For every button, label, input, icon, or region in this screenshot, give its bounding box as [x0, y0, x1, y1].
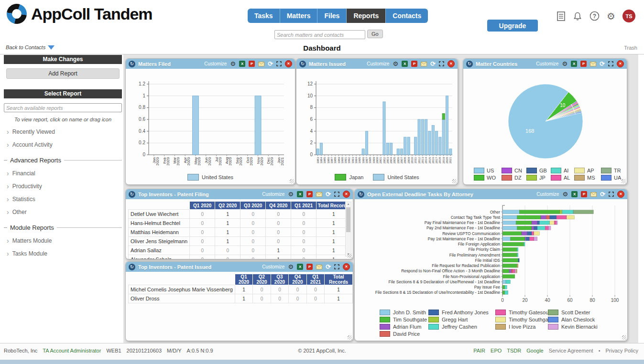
- tab-matters[interactable]: Matters: [280, 9, 318, 23]
- expand-icon[interactable]: [609, 192, 614, 197]
- footer-link-pair[interactable]: PAIR: [473, 348, 485, 353]
- footer-link-epo[interactable]: EPO: [491, 348, 502, 353]
- excel-export-icon[interactable]: X: [402, 61, 408, 67]
- gear-icon[interactable]: ⚙: [562, 191, 568, 197]
- gear-icon[interactable]: ⚙: [393, 61, 398, 67]
- scrollbar-thumb[interactable]: [346, 207, 350, 232]
- close-widget-icon[interactable]: ×: [617, 191, 624, 198]
- sidebar-item-account-activity[interactable]: ›Account Activity: [4, 141, 122, 148]
- upgrade-button[interactable]: Upgrade: [487, 20, 538, 32]
- service-agreement-link[interactable]: Service Agreement: [549, 348, 593, 353]
- expand-icon[interactable]: [334, 264, 339, 269]
- svg-text:2017: 2017: [435, 157, 438, 163]
- refresh-icon[interactable]: ⟳: [600, 191, 605, 198]
- excel-export-icon[interactable]: X: [571, 61, 577, 67]
- drag-widget-icon[interactable]: ↻: [129, 191, 135, 198]
- gear-icon[interactable]: ⚙: [230, 61, 236, 67]
- gear-icon[interactable]: ⚙: [288, 191, 294, 197]
- tab-files[interactable]: Files: [317, 9, 347, 23]
- gear-icon[interactable]: ⚙: [606, 11, 616, 21]
- footer-link-google[interactable]: Google: [526, 348, 543, 353]
- bell-icon[interactable]: [572, 11, 583, 21]
- legend-label: US: [487, 168, 494, 173]
- pdf-export-icon[interactable]: P: [306, 191, 313, 197]
- tab-tasks[interactable]: Tasks: [248, 9, 280, 23]
- notes-icon[interactable]: [556, 11, 566, 21]
- go-button[interactable]: Go: [367, 30, 383, 38]
- resize-handle[interactable]: [452, 179, 457, 183]
- sidebar-item-other[interactable]: ›Other: [4, 209, 122, 215]
- resize-handle[interactable]: [348, 254, 352, 258]
- expand-icon[interactable]: [608, 61, 613, 66]
- privacy-policy-link[interactable]: Privacy Policy: [606, 348, 638, 353]
- refresh-icon[interactable]: ⟳: [326, 263, 331, 270]
- svg-text:2011: 2011: [414, 157, 417, 163]
- search-input[interactable]: [274, 30, 365, 39]
- gear-icon[interactable]: ⚙: [562, 61, 568, 67]
- close-widget-icon[interactable]: ×: [343, 263, 350, 270]
- gear-icon[interactable]: ⚙: [288, 264, 294, 270]
- expand-icon[interactable]: [276, 61, 282, 66]
- resize-handle[interactable]: [348, 335, 352, 340]
- widget-attorney-tasks: ↻ Open External Deadline Tasks By Attorn…: [354, 189, 628, 341]
- close-widget-icon[interactable]: ×: [285, 60, 292, 67]
- footer-link-tsdr[interactable]: TSDR: [507, 348, 521, 353]
- customize-label[interactable]: Customize: [536, 192, 559, 197]
- close-widget-icon[interactable]: ×: [448, 60, 455, 67]
- help-icon[interactable]: ?: [589, 11, 600, 21]
- drag-widget-icon[interactable]: ↻: [129, 264, 135, 270]
- sidebar-item-matters-module[interactable]: ›Matters Module: [4, 237, 122, 244]
- email-icon[interactable]: [316, 192, 322, 197]
- pdf-export-icon[interactable]: P: [580, 61, 587, 67]
- cell-value: 0: [291, 210, 317, 219]
- sidebar-item-financial[interactable]: ›Financial: [4, 170, 122, 177]
- refresh-icon[interactable]: ⟳: [600, 60, 605, 67]
- customize-label[interactable]: Customize: [367, 61, 389, 66]
- customize-label[interactable]: Customize: [262, 192, 284, 197]
- user-avatar[interactable]: TS: [622, 10, 635, 22]
- sidebar-item-statistics[interactable]: ›Statistics: [4, 196, 122, 203]
- tab-reports[interactable]: Reports: [347, 9, 386, 23]
- refresh-icon[interactable]: ⟳: [326, 191, 331, 198]
- trash-link[interactable]: Trash: [624, 45, 637, 51]
- excel-export-icon[interactable]: X: [571, 191, 578, 197]
- expand-icon[interactable]: [439, 61, 444, 66]
- horizontal-scrollbar[interactable]: [0, 360, 644, 364]
- email-icon[interactable]: [590, 62, 596, 66]
- email-icon[interactable]: [316, 265, 322, 269]
- sidebar-item-productivity[interactable]: ›Productivity: [4, 183, 122, 190]
- pdf-export-icon[interactable]: P: [249, 61, 255, 67]
- close-widget-icon[interactable]: ×: [617, 60, 624, 67]
- drag-widget-icon[interactable]: ↻: [466, 61, 473, 67]
- close-widget-icon[interactable]: ×: [343, 191, 350, 198]
- email-icon[interactable]: [421, 62, 427, 66]
- report-search-input[interactable]: [4, 103, 122, 112]
- table-scrollbar[interactable]: ▲ ▼: [345, 202, 351, 257]
- email-icon[interactable]: [258, 62, 264, 66]
- drag-widget-icon[interactable]: ↻: [129, 61, 135, 67]
- pdf-export-icon[interactable]: P: [411, 61, 417, 67]
- pdf-export-icon[interactable]: P: [306, 264, 313, 270]
- add-report-button[interactable]: Add Report: [6, 68, 120, 79]
- excel-export-icon[interactable]: X: [297, 191, 303, 197]
- customize-label[interactable]: Customize: [204, 61, 227, 66]
- cell-value: 1: [215, 219, 240, 228]
- expand-icon[interactable]: [334, 192, 339, 197]
- resize-handle[interactable]: [290, 179, 294, 183]
- sidebar-item-tasks-module[interactable]: ›Tasks Module: [4, 250, 122, 257]
- tab-contacts[interactable]: Contacts: [386, 9, 428, 23]
- pdf-export-icon[interactable]: P: [581, 191, 587, 197]
- sidebar-item-recently-viewed[interactable]: ›Recently Viewed: [4, 128, 122, 135]
- resize-handle[interactable]: [622, 179, 626, 183]
- email-icon[interactable]: [590, 192, 597, 197]
- customize-label[interactable]: Customize: [262, 264, 284, 269]
- refresh-icon[interactable]: ⟳: [430, 60, 436, 67]
- drag-widget-icon[interactable]: ↻: [358, 191, 364, 198]
- drag-widget-icon[interactable]: ↻: [299, 61, 306, 67]
- customize-label[interactable]: Customize: [536, 61, 558, 66]
- excel-export-icon[interactable]: X: [239, 61, 245, 67]
- widget-title: Matters Issued: [309, 61, 346, 67]
- resize-handle[interactable]: [622, 335, 626, 340]
- excel-export-icon[interactable]: X: [297, 264, 303, 270]
- refresh-icon[interactable]: ⟳: [268, 60, 273, 67]
